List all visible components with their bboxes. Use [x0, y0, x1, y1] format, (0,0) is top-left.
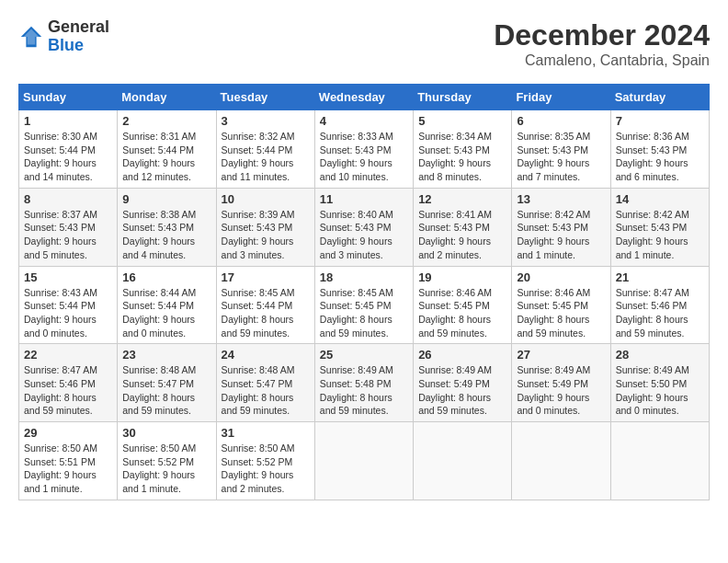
calendar-cell: 23Sunrise: 8:48 AMSunset: 5:47 PMDayligh… [118, 344, 216, 422]
calendar-cell: 27Sunrise: 8:49 AMSunset: 5:49 PMDayligh… [512, 344, 610, 422]
day-number: 24 [222, 348, 310, 362]
calendar-header-row: SundayMondayTuesdayWednesdayThursdayFrid… [19, 85, 710, 110]
title-block: December 2024 Camaleno, Cantabria, Spain [494, 18, 710, 69]
day-number: 3 [222, 114, 310, 128]
day-info: Sunrise: 8:46 AMSunset: 5:45 PMDaylight:… [418, 286, 506, 340]
calendar-cell: 28Sunrise: 8:49 AMSunset: 5:50 PMDayligh… [610, 344, 709, 422]
day-of-week-header: Sunday [19, 85, 118, 110]
day-of-week-header: Friday [512, 85, 610, 110]
calendar-cell: 10Sunrise: 8:39 AMSunset: 5:43 PMDayligh… [216, 188, 314, 266]
day-number: 6 [517, 114, 605, 128]
day-number: 19 [418, 270, 506, 284]
day-number: 21 [616, 270, 704, 284]
day-number: 26 [418, 348, 506, 362]
page-header: General Blue December 2024 Camaleno, Can… [18, 18, 710, 69]
calendar-cell: 1Sunrise: 8:30 AMSunset: 5:44 PMDaylight… [19, 110, 118, 189]
calendar-cell: 3Sunrise: 8:32 AMSunset: 5:44 PMDaylight… [216, 110, 314, 189]
calendar-cell: 5Sunrise: 8:34 AMSunset: 5:43 PMDaylight… [414, 110, 512, 189]
calendar-cell: 8Sunrise: 8:37 AMSunset: 5:43 PMDaylight… [19, 188, 118, 266]
calendar-cell: 6Sunrise: 8:35 AMSunset: 5:43 PMDaylight… [512, 110, 610, 189]
calendar-cell: 21Sunrise: 8:47 AMSunset: 5:46 PMDayligh… [610, 266, 709, 344]
day-info: Sunrise: 8:32 AMSunset: 5:44 PMDaylight:… [222, 130, 310, 184]
location-title: Camaleno, Cantabria, Spain [494, 52, 710, 69]
calendar-cell: 20Sunrise: 8:46 AMSunset: 5:45 PMDayligh… [512, 266, 610, 344]
calendar-cell [512, 422, 610, 500]
logo: General Blue [18, 18, 109, 55]
calendar-cell: 13Sunrise: 8:42 AMSunset: 5:43 PMDayligh… [512, 188, 610, 266]
day-number: 9 [122, 192, 210, 206]
day-info: Sunrise: 8:50 AMSunset: 5:51 PMDaylight:… [24, 442, 112, 496]
calendar-cell: 31Sunrise: 8:50 AMSunset: 5:52 PMDayligh… [216, 422, 314, 500]
day-number: 11 [320, 192, 408, 206]
day-info: Sunrise: 8:45 AMSunset: 5:45 PMDaylight:… [320, 286, 408, 340]
day-info: Sunrise: 8:42 AMSunset: 5:43 PMDaylight:… [517, 208, 605, 262]
day-of-week-header: Thursday [414, 85, 512, 110]
day-info: Sunrise: 8:50 AMSunset: 5:52 PMDaylight:… [222, 442, 310, 496]
day-number: 2 [122, 114, 210, 128]
day-number: 12 [418, 192, 506, 206]
logo-general: General [48, 18, 109, 37]
day-number: 10 [222, 192, 310, 206]
day-info: Sunrise: 8:48 AMSunset: 5:47 PMDaylight:… [222, 363, 310, 418]
calendar-cell: 15Sunrise: 8:43 AMSunset: 5:44 PMDayligh… [19, 266, 118, 344]
day-number: 1 [24, 114, 112, 128]
day-info: Sunrise: 8:37 AMSunset: 5:43 PMDaylight:… [24, 208, 112, 262]
day-info: Sunrise: 8:48 AMSunset: 5:47 PMDaylight:… [122, 363, 210, 418]
calendar-cell: 4Sunrise: 8:33 AMSunset: 5:43 PMDaylight… [314, 110, 413, 189]
day-info: Sunrise: 8:39 AMSunset: 5:43 PMDaylight:… [222, 208, 310, 262]
svg-marker-1 [24, 29, 40, 44]
logo-text: General Blue [48, 18, 109, 55]
day-number: 22 [24, 348, 112, 362]
day-info: Sunrise: 8:47 AMSunset: 5:46 PMDaylight:… [24, 363, 112, 418]
day-number: 18 [320, 270, 408, 284]
day-info: Sunrise: 8:45 AMSunset: 5:44 PMDaylight:… [222, 286, 310, 340]
day-info: Sunrise: 8:44 AMSunset: 5:44 PMDaylight:… [122, 286, 210, 340]
calendar-week-row: 15Sunrise: 8:43 AMSunset: 5:44 PMDayligh… [19, 266, 710, 344]
logo-blue: Blue [48, 37, 109, 55]
day-number: 23 [122, 348, 210, 362]
logo-icon [18, 24, 44, 50]
day-number: 27 [517, 348, 605, 362]
day-number: 14 [616, 192, 704, 206]
day-info: Sunrise: 8:31 AMSunset: 5:44 PMDaylight:… [122, 130, 210, 184]
calendar-week-row: 1Sunrise: 8:30 AMSunset: 5:44 PMDaylight… [19, 110, 710, 189]
day-number: 17 [222, 270, 310, 284]
calendar-week-row: 8Sunrise: 8:37 AMSunset: 5:43 PMDaylight… [19, 188, 710, 266]
day-info: Sunrise: 8:49 AMSunset: 5:49 PMDaylight:… [418, 363, 506, 418]
day-number: 30 [122, 426, 210, 440]
day-info: Sunrise: 8:41 AMSunset: 5:43 PMDaylight:… [418, 208, 506, 262]
day-number: 15 [24, 270, 112, 284]
calendar-cell: 26Sunrise: 8:49 AMSunset: 5:49 PMDayligh… [414, 344, 512, 422]
day-info: Sunrise: 8:34 AMSunset: 5:43 PMDaylight:… [418, 130, 506, 184]
day-info: Sunrise: 8:38 AMSunset: 5:43 PMDaylight:… [122, 208, 210, 262]
day-info: Sunrise: 8:42 AMSunset: 5:43 PMDaylight:… [616, 208, 704, 262]
day-number: 20 [517, 270, 605, 284]
day-number: 5 [418, 114, 506, 128]
day-info: Sunrise: 8:43 AMSunset: 5:44 PMDaylight:… [24, 286, 112, 340]
day-number: 29 [24, 426, 112, 440]
calendar-cell: 19Sunrise: 8:46 AMSunset: 5:45 PMDayligh… [414, 266, 512, 344]
calendar-table: SundayMondayTuesdayWednesdayThursdayFrid… [18, 84, 710, 500]
day-number: 7 [616, 114, 704, 128]
calendar-cell: 18Sunrise: 8:45 AMSunset: 5:45 PMDayligh… [314, 266, 413, 344]
day-of-week-header: Wednesday [314, 85, 413, 110]
day-of-week-header: Tuesday [216, 85, 314, 110]
calendar-cell: 2Sunrise: 8:31 AMSunset: 5:44 PMDaylight… [118, 110, 216, 189]
calendar-cell: 24Sunrise: 8:48 AMSunset: 5:47 PMDayligh… [216, 344, 314, 422]
day-of-week-header: Monday [118, 85, 216, 110]
calendar-cell [314, 422, 413, 500]
calendar-cell: 14Sunrise: 8:42 AMSunset: 5:43 PMDayligh… [610, 188, 709, 266]
day-number: 16 [122, 270, 210, 284]
calendar-cell: 12Sunrise: 8:41 AMSunset: 5:43 PMDayligh… [414, 188, 512, 266]
calendar-cell: 17Sunrise: 8:45 AMSunset: 5:44 PMDayligh… [216, 266, 314, 344]
day-number: 13 [517, 192, 605, 206]
day-info: Sunrise: 8:35 AMSunset: 5:43 PMDaylight:… [517, 130, 605, 184]
day-info: Sunrise: 8:40 AMSunset: 5:43 PMDaylight:… [320, 208, 408, 262]
day-number: 4 [320, 114, 408, 128]
calendar-cell: 30Sunrise: 8:50 AMSunset: 5:52 PMDayligh… [118, 422, 216, 500]
calendar-week-row: 29Sunrise: 8:50 AMSunset: 5:51 PMDayligh… [19, 422, 710, 500]
day-info: Sunrise: 8:33 AMSunset: 5:43 PMDaylight:… [320, 130, 408, 184]
calendar-cell: 7Sunrise: 8:36 AMSunset: 5:43 PMDaylight… [610, 110, 709, 189]
calendar-cell: 11Sunrise: 8:40 AMSunset: 5:43 PMDayligh… [314, 188, 413, 266]
calendar-cell: 29Sunrise: 8:50 AMSunset: 5:51 PMDayligh… [19, 422, 118, 500]
